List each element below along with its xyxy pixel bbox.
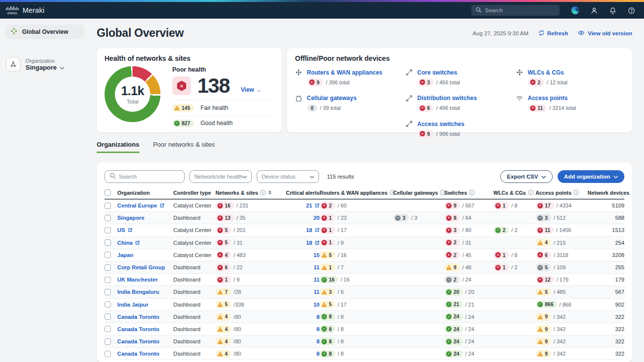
organization-link[interactable]: Canada Toronto xyxy=(117,338,160,344)
column-header[interactable]: Routers & WAN appliancesi xyxy=(320,190,393,196)
organization-link[interactable]: US xyxy=(117,227,125,233)
critical-alerts-link[interactable]: 10 xyxy=(313,302,320,308)
critical-alerts-link[interactable]: 11 xyxy=(314,289,320,295)
row-checkbox[interactable] xyxy=(105,289,111,295)
organization-link[interactable]: China xyxy=(117,240,133,246)
organization-link[interactable]: Central Europe xyxy=(117,203,157,208)
sort-icon[interactable] xyxy=(268,190,271,195)
organization-link[interactable]: Canada Toronto xyxy=(117,326,160,332)
view-link[interactable]: View → xyxy=(241,86,262,93)
assistant-icon[interactable] xyxy=(571,6,579,14)
view-old-version-button[interactable]: View old version xyxy=(578,29,632,37)
column-header[interactable]: Controller type xyxy=(173,190,215,196)
external-link-icon[interactable] xyxy=(128,228,133,233)
organization-link[interactable]: Japan xyxy=(117,252,134,258)
row-checkbox[interactable] xyxy=(105,277,111,283)
critical-alerts-link[interactable]: 20 xyxy=(313,215,320,221)
column-header[interactable]: Cellular gatewaysi xyxy=(393,190,444,196)
warning-icon: ! xyxy=(322,289,327,294)
help-icon[interactable] xyxy=(628,7,635,14)
total-count: / 179 xyxy=(557,277,568,283)
info-icon[interactable]: i xyxy=(528,190,534,195)
device-category-link[interactable]: Core switches xyxy=(417,69,457,76)
column-header[interactable]: Network devices xyxy=(588,190,629,196)
global-search[interactable] xyxy=(471,5,560,16)
filter-row: Network/site health Device status 115 re… xyxy=(105,170,624,183)
organization-icon-button[interactable] xyxy=(6,57,21,72)
critical-alerts-link[interactable]: 11 xyxy=(314,277,320,283)
chevron-down-icon xyxy=(541,174,546,180)
external-link-icon[interactable] xyxy=(315,228,320,233)
organization-link[interactable]: India Jaipur xyxy=(117,302,148,308)
column-header[interactable]: Access pointsi xyxy=(536,190,588,196)
device-category-link[interactable]: Routers & WAN appliances xyxy=(307,69,382,76)
row-checkbox[interactable] xyxy=(105,252,111,258)
info-icon[interactable]: i xyxy=(573,190,579,195)
organization-link[interactable]: Canada Toronto xyxy=(117,351,160,357)
total-count: / 512 xyxy=(554,215,565,221)
column-header[interactable]: WLCs & CGsi xyxy=(493,190,536,196)
total-count: / 21 xyxy=(465,302,474,308)
row-checkbox[interactable] xyxy=(105,301,111,308)
refresh-button[interactable]: Refresh xyxy=(538,30,568,37)
device-category-link[interactable]: WLCs & CGs xyxy=(528,69,564,76)
column-header[interactable]: Organization xyxy=(117,190,173,196)
row-checkbox[interactable] xyxy=(105,264,111,271)
device-status-dropdown[interactable]: Device status xyxy=(257,170,319,183)
external-link-icon[interactable] xyxy=(160,203,164,208)
account-icon[interactable] xyxy=(590,7,598,14)
organization-link[interactable]: India Bengaluru xyxy=(117,289,159,295)
info-icon[interactable]: i xyxy=(260,190,266,195)
critical-alerts-link[interactable]: 18 xyxy=(306,227,312,233)
row-checkbox[interactable] xyxy=(105,338,111,345)
tab-organizations[interactable]: Organizations xyxy=(97,141,139,153)
network-site-health-dropdown[interactable]: Network/site health xyxy=(189,170,252,183)
organization-link[interactable]: UK Manchester xyxy=(117,277,158,283)
row-checkbox[interactable] xyxy=(105,313,111,320)
organization-link[interactable]: Corp Retail Group xyxy=(117,264,165,270)
total-count: / 24 xyxy=(465,351,474,357)
row-checkbox[interactable] xyxy=(105,326,111,332)
critical-alerts-link[interactable]: 15 xyxy=(313,252,320,258)
device-category-link[interactable]: Distribution switches xyxy=(417,95,477,102)
select-all-checkbox[interactable] xyxy=(105,189,111,196)
table-search-input[interactable] xyxy=(119,174,180,180)
device-category-link[interactable]: Access points xyxy=(528,95,567,102)
device-category: Distribution switches✕6/ 496 total xyxy=(405,95,516,112)
external-link-icon[interactable] xyxy=(135,240,140,245)
chevron-down-icon xyxy=(614,174,618,180)
search-input[interactable] xyxy=(485,7,555,13)
warning-icon: ! xyxy=(174,105,180,110)
row-checkbox[interactable] xyxy=(105,227,111,233)
critical-alerts-link[interactable]: 11 xyxy=(314,264,320,270)
add-organization-button[interactable]: Add organization xyxy=(558,170,624,183)
external-link-icon[interactable] xyxy=(315,203,320,208)
sidebar-item-global-overview[interactable]: Global Overview xyxy=(6,25,84,39)
organization-selector[interactable]: Singapore xyxy=(26,64,64,71)
column-header[interactable]: Switchesi xyxy=(444,190,493,196)
critical-alerts-link[interactable]: 18 xyxy=(306,240,312,246)
table-search[interactable] xyxy=(105,170,185,183)
row-checkbox[interactable] xyxy=(105,239,111,246)
organization-link[interactable]: Singapore xyxy=(117,215,144,221)
eye-icon xyxy=(578,29,585,37)
tab-poor-networks-sites[interactable]: Poor networks & sites xyxy=(153,141,215,153)
tab-bar: Organizations Poor networks & sites xyxy=(97,141,632,153)
external-link-icon[interactable] xyxy=(315,240,320,245)
device-category-link[interactable]: Access switches xyxy=(417,121,464,128)
table-row: SingaporeDashboard✕13/ 3520✕1/ 23−3/ 3✕8… xyxy=(105,212,624,224)
row-checkbox[interactable] xyxy=(105,215,111,221)
search-icon xyxy=(476,6,482,15)
brand-logo[interactable]: cisco Meraki xyxy=(6,6,45,15)
column-header[interactable]: Critical alerts xyxy=(274,190,320,196)
critical-alerts-link[interactable]: 21 xyxy=(306,203,312,208)
export-csv-button[interactable]: Export CSV xyxy=(500,170,553,183)
notifications-bell-icon[interactable] xyxy=(609,7,617,14)
device-category-link[interactable]: Cellular gateways xyxy=(307,95,356,102)
row-checkbox[interactable] xyxy=(105,351,111,357)
routers-wan-badge: !1 xyxy=(320,263,335,271)
organization-link[interactable]: Canada Toronto xyxy=(117,314,160,320)
row-checkbox[interactable] xyxy=(105,203,111,209)
info-icon[interactable]: i xyxy=(469,190,475,195)
column-header[interactable]: Networks & sitesi xyxy=(215,190,274,196)
